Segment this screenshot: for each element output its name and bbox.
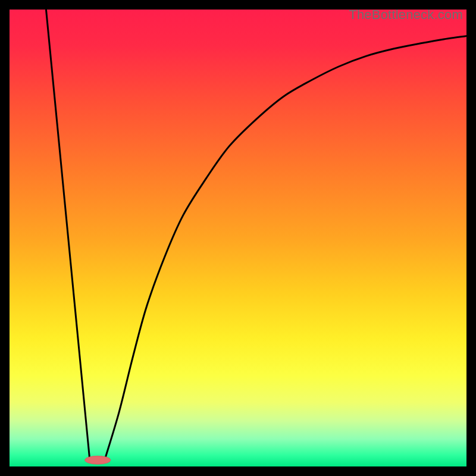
plot-area: TheBottleneck.com bbox=[10, 10, 466, 466]
chart-frame: TheBottleneck.com bbox=[0, 0, 476, 476]
bottleneck-chart bbox=[10, 10, 466, 466]
watermark-text: TheBottleneck.com bbox=[349, 7, 463, 23]
optimal-marker bbox=[85, 456, 111, 464]
gradient-background bbox=[10, 10, 466, 466]
